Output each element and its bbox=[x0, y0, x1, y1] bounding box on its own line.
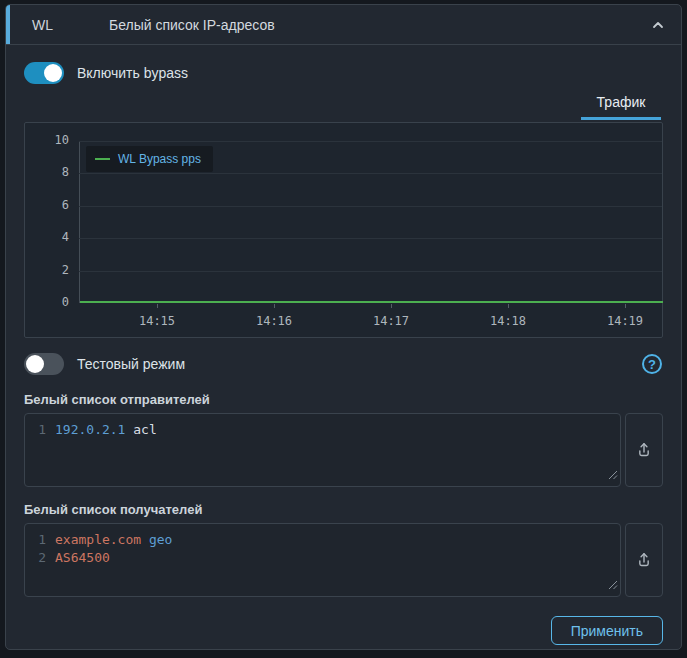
x-axis-tick-mark bbox=[274, 304, 275, 308]
x-axis-tick-mark bbox=[391, 304, 392, 308]
panel-code: WL bbox=[32, 17, 53, 33]
panel-header[interactable]: WL Белый список IP-адресов bbox=[6, 5, 681, 45]
upload-icon bbox=[634, 550, 654, 570]
code-token bbox=[141, 531, 149, 549]
chart-plot-area: WL Bypass pps bbox=[79, 141, 662, 303]
gridline bbox=[79, 206, 662, 207]
code-editor-recipients[interactable]: 1example.com geo2AS64500 bbox=[24, 523, 621, 597]
line-number: 1 bbox=[25, 421, 55, 439]
gridline bbox=[79, 141, 662, 142]
wl-panel: WL Белый список IP-адресов Включить bypa… bbox=[5, 4, 682, 650]
y-axis-line bbox=[79, 141, 80, 303]
upload-button[interactable] bbox=[625, 413, 663, 487]
upload-icon bbox=[634, 440, 654, 460]
legend-label: WL Bypass pps bbox=[118, 152, 201, 166]
gridline bbox=[79, 238, 662, 239]
y-axis-tick-label: 6 bbox=[25, 198, 69, 212]
upload-button[interactable] bbox=[625, 523, 663, 597]
x-axis-tick-label: 14:17 bbox=[373, 314, 409, 328]
test-mode-toggle[interactable] bbox=[24, 353, 64, 375]
tab-traffic[interactable]: Трафик bbox=[581, 88, 661, 120]
toggle-knob bbox=[44, 64, 62, 82]
gridline bbox=[79, 271, 662, 272]
editor-row: 1example.com geo2AS64500 bbox=[24, 523, 663, 597]
resize-handle[interactable] bbox=[607, 466, 618, 484]
tab-bar: Трафик bbox=[24, 88, 663, 120]
series-wl-bypass-line bbox=[80, 301, 663, 303]
chevron-up-icon[interactable] bbox=[651, 18, 665, 32]
help-icon[interactable]: ? bbox=[642, 354, 662, 374]
legend-line-swatch bbox=[95, 158, 110, 160]
x-axis-tick-mark bbox=[625, 304, 626, 308]
code-token: example.com bbox=[55, 531, 141, 549]
editor-row: 1192.0.2.1 acl bbox=[24, 413, 663, 487]
x-axis-tick-mark bbox=[157, 304, 158, 308]
test-mode-toggle-row: Тестовый режим bbox=[24, 351, 185, 377]
apply-button[interactable]: Применить bbox=[551, 616, 663, 645]
resize-handle[interactable] bbox=[607, 576, 618, 594]
code-line: 1192.0.2.1 acl bbox=[25, 421, 620, 439]
line-number: 2 bbox=[25, 549, 55, 567]
y-axis-tick-label: 8 bbox=[25, 165, 69, 179]
code-token: geo bbox=[149, 531, 172, 549]
y-axis-tick-label: 2 bbox=[25, 263, 69, 277]
test-mode-toggle-label: Тестовый режим bbox=[77, 356, 185, 372]
bypass-toggle[interactable] bbox=[24, 62, 64, 84]
code-token: 192.0.2.1 bbox=[55, 421, 125, 439]
code-line: 2AS64500 bbox=[25, 549, 620, 567]
panel-footer: Применить bbox=[24, 616, 663, 645]
code-token bbox=[125, 421, 133, 439]
code-token: AS64500 bbox=[55, 549, 110, 567]
x-axis-tick-label: 14:18 bbox=[490, 314, 526, 328]
code-line: 1example.com geo bbox=[25, 531, 620, 549]
bypass-toggle-label: Включить bypass bbox=[77, 65, 188, 81]
x-axis-tick-mark bbox=[508, 304, 509, 308]
code-editor-senders[interactable]: 1192.0.2.1 acl bbox=[24, 413, 621, 487]
x-axis-tick-label: 14:15 bbox=[139, 314, 175, 328]
x-axis-tick-label: 14:19 bbox=[607, 314, 643, 328]
panel-title: Белый список IP-адресов bbox=[109, 17, 275, 33]
y-axis-tick-label: 0 bbox=[25, 295, 69, 309]
test-mode-row: Тестовый режим ? bbox=[24, 351, 663, 377]
gridline bbox=[79, 173, 662, 174]
editor-label-recipients: Белый список получателей bbox=[24, 502, 663, 517]
line-number: 1 bbox=[25, 531, 55, 549]
code-token: acl bbox=[133, 421, 156, 439]
y-axis-tick-label: 10 bbox=[25, 133, 69, 147]
bypass-toggle-row: Включить bypass bbox=[24, 60, 663, 86]
y-axis-tick-label: 4 bbox=[25, 230, 69, 244]
chart-legend[interactable]: WL Bypass pps bbox=[86, 146, 213, 172]
toggle-knob bbox=[26, 355, 44, 373]
editor-label-senders: Белый список отправителей bbox=[24, 392, 663, 407]
traffic-chart: WL Bypass pps 024681014:1514:1614:1714:1… bbox=[24, 122, 663, 338]
x-axis-tick-label: 14:16 bbox=[256, 314, 292, 328]
